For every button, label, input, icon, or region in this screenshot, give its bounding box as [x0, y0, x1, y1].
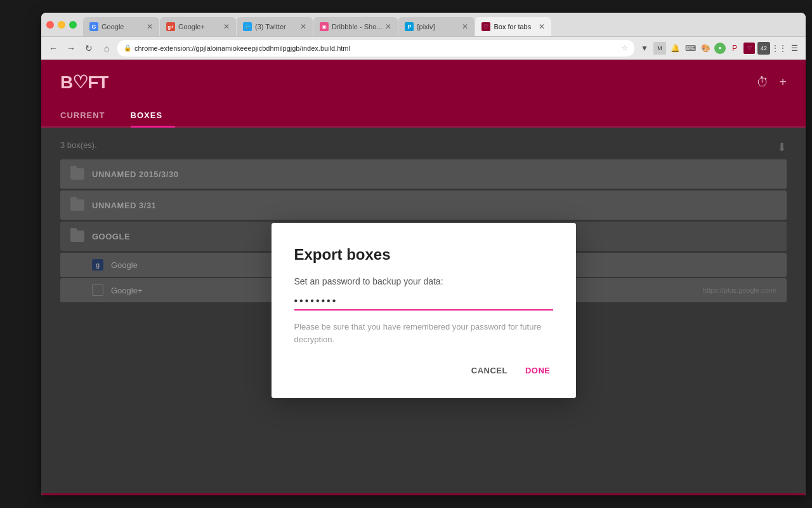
app-body: 3 box(es). ⬇ UNNAMED 2015/3/30 UNNAMED 3… [41, 128, 806, 493]
cancel-button[interactable]: CANCEL [469, 361, 510, 380]
browser-tab-google[interactable]: G Google ✕ [83, 17, 159, 36]
logo-text: B♡FT [60, 72, 108, 92]
tab-title-boft: Box for tabs [494, 23, 535, 30]
browser-tab-pixiv[interactable]: P [pixiv] ✕ [398, 17, 475, 36]
notification-icon[interactable]: 🔔 [669, 42, 681, 55]
header-actions: ⏱ + [756, 75, 787, 90]
google-favicon-icon: G [89, 22, 98, 31]
app-header: B♡FT ⏱ + [41, 60, 806, 104]
browser-tab-twitter[interactable]: 🐦 (3) Twitter ✕ [237, 17, 313, 36]
tab-close-google[interactable]: ✕ [147, 22, 153, 31]
close-button[interactable] [46, 21, 54, 29]
url-bar[interactable]: 🔒 chrome-extension://gpjlaloinamiokeeepj… [117, 40, 634, 57]
tabs-bar: G Google ✕ g+ Google+ ✕ 🐦 (3) Twitter ✕ … [83, 13, 552, 36]
app-tabs: CURRENT BOXES [41, 104, 806, 128]
password-input[interactable] [294, 293, 553, 309]
title-bar: G Google ✕ g+ Google+ ✕ 🐦 (3) Twitter ✕ … [41, 13, 806, 37]
tab-title-google: Google [102, 23, 143, 30]
gmail-icon[interactable]: M [653, 42, 666, 55]
history-icon[interactable]: ⏱ [756, 75, 769, 90]
lock-icon: 🔒 [124, 44, 131, 51]
tab-close-dribbble[interactable]: ✕ [385, 22, 391, 31]
minimize-button[interactable] [58, 21, 65, 29]
modal-overlay: Export boxes Set an password to backup y… [41, 128, 806, 493]
gplus-favicon-icon: g+ [166, 22, 175, 31]
done-button[interactable]: DONE [523, 361, 553, 380]
toolbar-icons: ▼ M 🔔 ⌨ 🎨 ● P ♡ 42 ⋮⋮ ☰ [638, 42, 801, 55]
tab-close-gplus[interactable]: ✕ [223, 22, 230, 31]
modal-label: Set an password to backup your data: [294, 276, 553, 286]
pixiv-favicon-icon: P [405, 22, 414, 31]
twitter-favicon-icon: 🐦 [243, 22, 252, 31]
tab-title-pixiv: [pixiv] [417, 23, 459, 30]
home-button[interactable]: ⌂ [100, 41, 114, 55]
more-icon[interactable]: ⋮⋮ [773, 42, 785, 55]
tab-title-twitter: (3) Twitter [255, 23, 297, 30]
reload-button[interactable]: ↻ [82, 41, 96, 55]
tab-title-gplus: Google+ [178, 23, 220, 30]
browser-tab-boft[interactable]: ♡ Box for tabs ✕ [475, 17, 551, 36]
tab-close-pixiv[interactable]: ✕ [462, 22, 468, 31]
window-controls [46, 21, 77, 29]
extension1-icon[interactable]: ● [714, 43, 726, 54]
tab-close-boft[interactable]: ✕ [539, 22, 545, 31]
star-icon[interactable]: ☆ [622, 44, 628, 52]
modal-title: Export boxes [294, 246, 553, 264]
browser-tab-gplus[interactable]: g+ Google+ ✕ [160, 17, 236, 36]
maximize-button[interactable] [69, 21, 77, 29]
browser-window: G Google ✕ g+ Google+ ✕ 🐦 (3) Twitter ✕ … [41, 13, 806, 495]
color-icon[interactable]: 🎨 [699, 42, 712, 55]
tab-close-twitter[interactable]: ✕ [300, 22, 306, 31]
url-text: chrome-extension://gpjlaloinamiokeeepjic… [134, 44, 350, 52]
modal-actions: CANCEL DONE [294, 361, 553, 380]
tab-title-dribbble: Dribbble - Sho... [332, 23, 382, 30]
tab-boxes[interactable]: BOXES [131, 104, 176, 126]
forward-button[interactable]: → [64, 41, 78, 55]
tab-current[interactable]: CURRENT [60, 104, 118, 126]
modal-hint: Please be sure that you have remembered … [294, 321, 553, 345]
keyboard-icon[interactable]: ⌨ [684, 42, 697, 55]
boft-favicon-icon: ♡ [481, 22, 490, 31]
add-icon[interactable]: + [779, 75, 787, 90]
address-bar: ← → ↻ ⌂ 🔒 chrome-extension://gpjlaloinam… [41, 37, 806, 60]
dribbble-favicon-icon: ◉ [320, 22, 329, 31]
export-modal: Export boxes Set an password to backup y… [272, 223, 576, 398]
browser-tab-dribbble[interactable]: ◉ Dribbble - Sho... ✕ [313, 17, 398, 36]
badge-icon[interactable]: 42 [757, 42, 770, 55]
back-button[interactable]: ← [46, 41, 60, 55]
menu-icon[interactable]: ☰ [788, 42, 801, 55]
password-input-wrapper [294, 293, 553, 311]
app-content: B♡FT ⏱ + CURRENT BOXES 3 box(es). ⬇ UNNA… [41, 60, 806, 495]
pocket-icon[interactable]: ▼ [638, 42, 651, 55]
app-logo: B♡FT [60, 72, 108, 93]
pinterest-icon[interactable]: P [728, 42, 741, 55]
extension2-icon[interactable]: ♡ [743, 43, 755, 54]
